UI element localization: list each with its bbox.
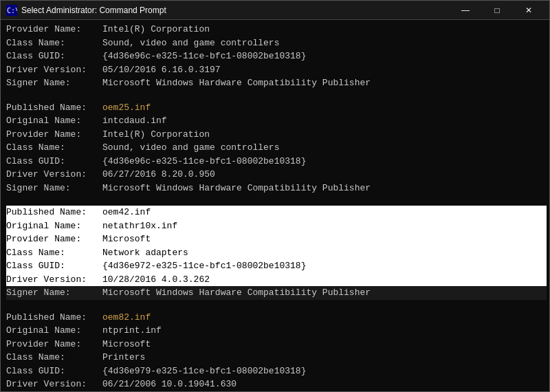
title-bar-left: C:\ Select Administrator: Command Prompt (6, 5, 166, 16)
line: Class Name:Sound, video and game control… (6, 141, 547, 155)
field-value: oem25.inf (102, 101, 151, 115)
field-label: Original Name: (6, 219, 102, 233)
field-value: intcdaud.inf (102, 114, 167, 128)
field-label: Class GUID: (6, 50, 102, 63)
field-label: Class Name: (6, 246, 102, 260)
field-label: Signer Name: (6, 182, 102, 195)
field-value: 05/10/2016 6.16.0.3197 (102, 63, 221, 77)
field-label: Driver Version: (6, 63, 102, 77)
field-value: Intel(R) Corporation (102, 128, 210, 142)
line: Class GUID:{4d36e979-e325-11ce-bfc1-0800… (6, 364, 547, 378)
field-value: 06/21/2006 10.0.19041.630 (102, 378, 236, 391)
field-label: Original Name: (6, 324, 102, 338)
field-value: Sound, video and game controllers (102, 141, 279, 155)
field-label: Class GUID: (6, 364, 102, 378)
driver-block-2: Published Name:oem25.infOriginal Name:in… (6, 101, 547, 195)
field-value: {4d36e979-e325-11ce-bfc1-08002be10318} (102, 364, 306, 378)
field-value: Intel(R) Corporation (102, 23, 210, 36)
driver-block-4: Published Name:oem82.infOriginal Name:nt… (6, 311, 547, 392)
field-value: Microsoft (102, 232, 151, 246)
field-value: Microsoft Windows (102, 391, 194, 392)
field-label: Published Name: (6, 206, 102, 219)
field-label: Driver Version: (6, 378, 102, 391)
field-value: Microsoft Windows Hardware Compatibility… (102, 182, 371, 195)
title-bar: C:\ Select Administrator: Command Prompt… (1, 1, 549, 20)
field-label: Published Name: (6, 101, 102, 115)
line: Published Name:oem82.inf (6, 311, 547, 325)
field-label: Class GUID: (6, 155, 102, 168)
line: Original Name:ntprint.inf (6, 324, 547, 338)
line: Signer Name:Microsoft Windows Hardware C… (6, 76, 547, 90)
close-button[interactable]: ✕ (514, 1, 544, 20)
driver-block-1: Provider Name:Intel(R) CorporationClass … (6, 23, 547, 90)
line: Original Name:intcdaud.inf (6, 114, 547, 128)
line: Driver Version:10/28/2016 4.0.3.262 (6, 273, 547, 287)
line: Original Name:netathr10x.inf (6, 219, 547, 233)
block-separator (6, 199, 547, 206)
line: Class GUID:{4d36e972-e325-11ce-bfc1-0800… (6, 259, 547, 273)
field-label: Provider Name: (6, 232, 102, 246)
field-value: 10/28/2016 4.0.3.262 (102, 273, 210, 287)
field-label: Provider Name: (6, 128, 102, 142)
field-label: Signer Name: (6, 391, 102, 392)
terminal-output: Provider Name:Intel(R) CorporationClass … (1, 20, 549, 391)
line: Provider Name:Microsoft (6, 338, 547, 351)
driver-block-3: Published Name:oem42.infOriginal Name:ne… (6, 206, 547, 300)
field-value: 06/27/2016 8.20.0.950 (102, 168, 215, 182)
line: Provider Name:Intel(R) Corporation (6, 23, 547, 36)
block-separator (6, 304, 547, 311)
line: Published Name:oem42.inf (6, 206, 547, 219)
field-value: oem82.inf (102, 311, 151, 325)
terminal-content-area[interactable]: Provider Name:Intel(R) CorporationClass … (1, 20, 549, 391)
window: C:\ Select Administrator: Command Prompt… (0, 0, 550, 392)
field-label: Class Name: (6, 36, 102, 50)
field-label: Driver Version: (6, 273, 102, 287)
line: Signer Name:Microsoft Windows Hardware C… (6, 286, 547, 300)
cmd-icon: C:\ (6, 5, 17, 16)
line: Driver Version:06/21/2006 10.0.19041.630 (6, 378, 547, 391)
field-value: {4d36e96c-e325-11ce-bfc1-08002be10318} (102, 155, 306, 168)
line: Class Name:Sound, video and game control… (6, 36, 547, 50)
field-value: netathr10x.inf (102, 219, 177, 233)
line: Published Name:oem25.inf (6, 101, 547, 115)
line: Signer Name:Microsoft Windows (6, 391, 547, 392)
field-label: Class Name: (6, 141, 102, 155)
line: Class GUID:{4d36e96c-e325-11ce-bfc1-0800… (6, 155, 547, 168)
line: Driver Version:05/10/2016 6.16.0.3197 (6, 63, 547, 77)
field-label: Signer Name: (6, 76, 102, 90)
line: Class GUID:{4d36e96c-e325-11ce-bfc1-0800… (6, 50, 547, 63)
maximize-button[interactable]: □ (482, 1, 512, 20)
line: Driver Version:06/27/2016 8.20.0.950 (6, 168, 547, 182)
field-value: ntprint.inf (102, 324, 162, 338)
svg-text:C:\: C:\ (7, 7, 17, 14)
line: Class Name:Printers (6, 351, 547, 364)
field-label: Class GUID: (6, 259, 102, 273)
field-label: Class Name: (6, 351, 102, 364)
line: Provider Name:Microsoft (6, 232, 547, 246)
line: Signer Name:Microsoft Windows Hardware C… (6, 182, 547, 195)
field-value: {4d36e972-e325-11ce-bfc1-08002be10318} (102, 259, 306, 273)
field-value: Microsoft Windows Hardware Compatibility… (102, 76, 371, 90)
minimize-button[interactable]: — (450, 1, 481, 20)
window-title: Select Administrator: Command Prompt (21, 6, 166, 15)
title-bar-controls: — □ ✕ (450, 1, 544, 20)
field-label: Original Name: (6, 114, 102, 128)
field-value: Network adapters (102, 246, 188, 260)
field-label: Driver Version: (6, 168, 102, 182)
field-value: Microsoft Windows Hardware Compatibility… (102, 286, 371, 300)
field-value: Printers (102, 351, 145, 364)
field-label: Signer Name: (6, 286, 102, 300)
field-value: Sound, video and game controllers (102, 36, 279, 50)
line: Provider Name:Intel(R) Corporation (6, 128, 547, 142)
field-value: {4d36e96c-e325-11ce-bfc1-08002be10318} (102, 50, 306, 63)
block-separator (6, 94, 547, 101)
field-label: Published Name: (6, 311, 102, 325)
line: Class Name:Network adapters (6, 246, 547, 260)
field-label: Provider Name: (6, 338, 102, 351)
field-label: Provider Name: (6, 23, 102, 36)
field-value: Microsoft (102, 338, 151, 351)
field-value: oem42.inf (102, 206, 151, 219)
